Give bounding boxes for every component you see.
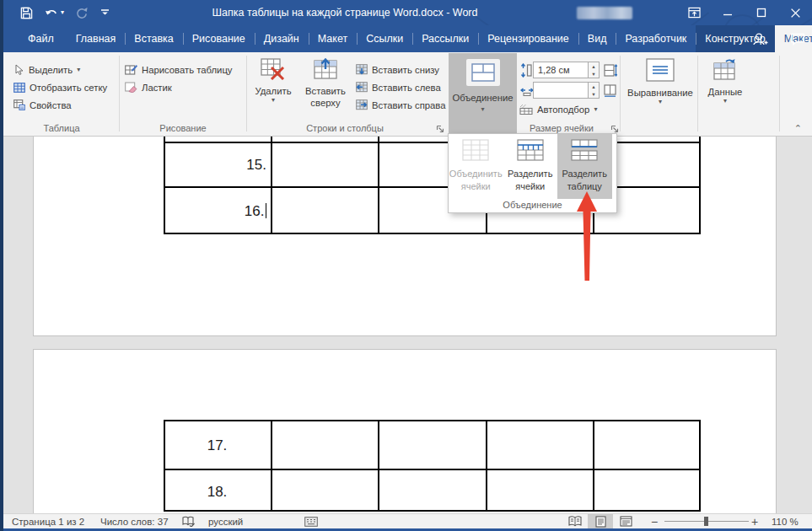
save-button[interactable] bbox=[20, 7, 33, 19]
row-height-input[interactable]: 1,28 см bbox=[533, 62, 589, 78]
minimize-button[interactable] bbox=[711, 0, 745, 25]
split-cells-menu-icon bbox=[516, 138, 545, 162]
page-indicator[interactable]: Страница 1 из 2 bbox=[12, 514, 84, 528]
tab-draw[interactable]: Рисование bbox=[183, 25, 255, 52]
zoom-out-button[interactable]: − bbox=[651, 514, 658, 528]
table-page-2[interactable]: 17. 18. bbox=[164, 420, 701, 512]
ribbon-display-options-button[interactable] bbox=[677, 0, 711, 25]
tab-review[interactable]: Рецензирование bbox=[478, 25, 578, 52]
insert-above-button[interactable]: Вставить сверху bbox=[299, 54, 352, 133]
table-cell-17[interactable]: 17. bbox=[164, 437, 271, 454]
tab-references[interactable]: Ссылки bbox=[357, 25, 412, 52]
redo-button[interactable] bbox=[76, 7, 89, 19]
tab-file[interactable]: Файл bbox=[15, 25, 67, 52]
close-icon bbox=[790, 8, 801, 19]
close-button[interactable] bbox=[778, 0, 812, 25]
language-indicator[interactable]: русский bbox=[208, 514, 243, 528]
menu-item-split-cells[interactable]: Разделить ячейки bbox=[503, 134, 558, 199]
insert-right-button[interactable]: Вставить справа bbox=[356, 98, 446, 112]
collapse-ribbon-icon[interactable]: ⌃ bbox=[794, 123, 802, 134]
select-cursor-icon bbox=[13, 64, 24, 76]
tab-home[interactable]: Главная bbox=[67, 25, 126, 52]
group-separator bbox=[119, 56, 120, 131]
tab-mailings[interactable]: Рассылки bbox=[412, 25, 478, 52]
eraser-button[interactable]: Ластик bbox=[125, 80, 172, 94]
properties-button[interactable]: Свойства bbox=[13, 98, 72, 112]
proofing-status[interactable] bbox=[182, 514, 195, 528]
maximize-button[interactable] bbox=[745, 0, 778, 25]
group-label-rows-columns: Строки и столбцы bbox=[256, 123, 433, 135]
draw-table-label: Нарисовать таблицу bbox=[142, 65, 233, 75]
spin-up-icon[interactable]: ▲ bbox=[589, 83, 599, 90]
spin-down-icon[interactable]: ▼ bbox=[589, 70, 599, 78]
insert-above-label-2: сверху bbox=[299, 97, 352, 109]
spin-up-icon[interactable]: ▲ bbox=[589, 62, 599, 70]
tab-design[interactable]: Дизайн bbox=[255, 25, 309, 52]
table-cell-15[interactable]: 15. bbox=[164, 157, 266, 174]
keyboard-indicator[interactable] bbox=[304, 514, 318, 528]
print-layout-icon bbox=[595, 516, 606, 528]
merge-cells-menu-icon bbox=[461, 138, 490, 162]
print-layout-button[interactable] bbox=[588, 514, 613, 528]
spin-down-icon[interactable]: ▼ bbox=[589, 90, 599, 98]
dropdown-arrow-icon: ▾ bbox=[449, 106, 517, 113]
column-width-stepper[interactable]: ▲▼ bbox=[589, 82, 600, 99]
title-bar: ▾ Шапка таблицы на каждой странице Word.… bbox=[3, 0, 812, 25]
view-gridlines-button[interactable]: Отобразить сетку bbox=[13, 80, 107, 94]
tab-insert[interactable]: Вставка bbox=[125, 25, 182, 52]
feedback-comment-icon[interactable] bbox=[790, 33, 805, 46]
group-separator bbox=[779, 56, 780, 131]
distribute-columns-icon[interactable] bbox=[604, 84, 617, 97]
insert-above-label-1: Вставить bbox=[299, 85, 352, 97]
insert-left-button[interactable]: Вставить слева bbox=[356, 80, 441, 94]
document-area[interactable]: 15. 16. 17. 18. bbox=[3, 137, 812, 513]
group-separator bbox=[697, 56, 698, 131]
word-count[interactable]: Число слов: 37 bbox=[100, 514, 169, 528]
status-bar: Страница 1 из 2 Число слов: 37 русский bbox=[3, 513, 812, 531]
column-width-input[interactable] bbox=[533, 82, 589, 99]
eraser-icon bbox=[125, 82, 137, 93]
share-person-icon[interactable] bbox=[752, 32, 768, 46]
delete-button[interactable]: Удалить ▾ bbox=[250, 54, 296, 133]
dialog-launcher-icon[interactable] bbox=[436, 125, 444, 133]
table-cell-18[interactable]: 18. bbox=[164, 484, 271, 501]
dialog-launcher-icon[interactable] bbox=[610, 125, 619, 133]
data-button[interactable]: Данные ▾ bbox=[700, 54, 750, 133]
dropdown-arrow-icon: ▾ bbox=[700, 98, 750, 105]
data-label: Данные bbox=[700, 86, 750, 98]
zoom-slider-thumb[interactable] bbox=[704, 517, 708, 526]
ribbon-tab-bar: Файл Главная Вставка Рисование Дизайн Ма… bbox=[3, 25, 812, 52]
alignment-button[interactable]: Выравнивание ▾ bbox=[624, 54, 696, 133]
autofit-button[interactable]: Автоподбор ▾ bbox=[519, 102, 597, 116]
insert-below-button[interactable]: Вставить снизу bbox=[356, 62, 439, 77]
table-page-1[interactable]: 15. 16. bbox=[164, 137, 701, 234]
table-cell-16[interactable]: 16. bbox=[164, 203, 266, 220]
insert-above-icon bbox=[313, 58, 338, 80]
distribute-rows-icon[interactable] bbox=[604, 64, 617, 77]
tab-layout[interactable]: Макет bbox=[309, 25, 357, 52]
row-height-stepper[interactable]: ▲▼ bbox=[589, 62, 600, 78]
dropdown-arrow-icon: ▾ bbox=[61, 9, 64, 16]
draw-table-button[interactable]: Нарисовать таблицу bbox=[125, 62, 233, 77]
group-separator bbox=[246, 56, 247, 131]
read-mode-button[interactable] bbox=[562, 514, 588, 528]
undo-button[interactable]: ▾ bbox=[45, 7, 64, 19]
text-cursor bbox=[266, 203, 267, 218]
select-label: Выделить bbox=[29, 65, 73, 75]
merge-group-button[interactable]: Объединение ▾ bbox=[449, 53, 517, 134]
zoom-in-button[interactable]: + bbox=[751, 514, 758, 528]
view-gridlines-label: Отобразить сетку bbox=[30, 83, 107, 93]
menu-item-split-table[interactable]: Разделить таблицу bbox=[557, 134, 612, 199]
select-button[interactable]: Выделить ▾ bbox=[13, 62, 80, 77]
group-separator bbox=[620, 56, 621, 131]
tab-view[interactable]: Вид bbox=[578, 25, 616, 52]
view-buttons bbox=[562, 514, 638, 528]
zoom-level[interactable]: 110 % bbox=[772, 514, 799, 528]
web-layout-button[interactable] bbox=[613, 514, 638, 528]
dropdown-arrow-icon: ▾ bbox=[77, 67, 80, 73]
split-table-menu-icon bbox=[570, 138, 599, 162]
customize-qat-button[interactable] bbox=[100, 8, 110, 18]
menu-item-label: Разделить bbox=[503, 168, 558, 180]
tab-developer[interactable]: Разработчик bbox=[616, 25, 696, 52]
insert-right-label: Вставить справа bbox=[372, 100, 446, 110]
